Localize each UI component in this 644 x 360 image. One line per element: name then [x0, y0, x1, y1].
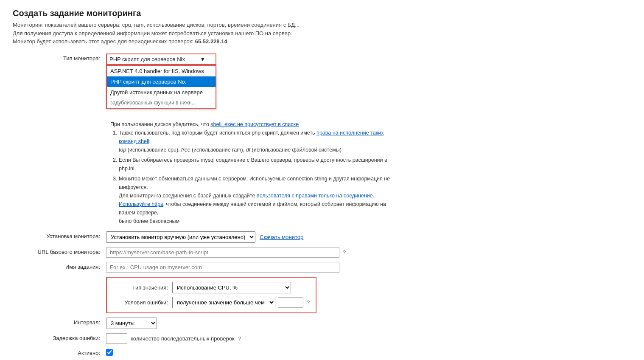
value-error-row: Тип значения: Использование CPU, % Испол… — [13, 277, 631, 313]
error-delay-label: Задержка ошибки: — [13, 333, 106, 341]
monitor-info-block: При пользовании дисков убедитесь, что sh… — [110, 120, 403, 225]
value-type-select[interactable]: Использование CPU, % Использование RAM, … — [172, 282, 291, 293]
url-help-icon[interactable]: ? — [343, 249, 346, 256]
interval-select[interactable]: 1 минута 3 минуты 5 минут 10 минут 15 ми… — [106, 318, 157, 329]
active-row: Активно: — [13, 348, 631, 357]
instructions-list: Также пользователь, под которым будет ис… — [110, 129, 403, 225]
instruction-item-3: Монитор может обмениваться данными с сер… — [119, 174, 403, 225]
value-type-label: Тип значения: — [113, 284, 172, 291]
dropdown-item-other[interactable]: Другой источник данных на сервере — [107, 87, 216, 98]
shell-exec-link[interactable]: shell_exec не присутствует в списке — [210, 121, 299, 127]
value-error-section: Тип значения: Использование CPU, % Испол… — [106, 277, 316, 313]
interval-row: Интервал: 1 минута 3 минуты 5 минут 10 м… — [13, 318, 631, 329]
install-monitor-row: Установка монитора: Установить монитор в… — [13, 231, 631, 243]
install-monitor-label: Установка монитора: — [13, 231, 106, 239]
page-subtitle: Мониторинг показателей вашего сервера: c… — [13, 21, 631, 46]
value-error-control: Тип значения: Использование CPU, % Испол… — [106, 277, 403, 313]
server-ip: 65.52.228.14 — [195, 38, 227, 45]
monitor-type-row: Тип монитора: PHP скрипт для серверов Ni… — [13, 53, 631, 227]
subtitle-line3: Монитор будет использовать этот адрес дл… — [13, 37, 631, 46]
monitor-type-selected[interactable]: PHP скрипт для серверов Nix ▼ — [106, 53, 216, 65]
error-help-icon[interactable]: ? — [307, 299, 310, 306]
install-monitor-select[interactable]: Установить монитор вручную (или уже уста… — [106, 231, 255, 243]
shell-rights-link[interactable]: права на исполнение таких команд shell — [119, 130, 384, 144]
delay-description: количество последовательных проверок — [131, 335, 235, 342]
dropdown-item-dimmed[interactable]: задублированных функции в нижн... — [107, 98, 216, 108]
error-delay-row: Задержка ошибки: 0 количество последоват… — [13, 333, 631, 344]
url-monitor-control: ? — [106, 247, 403, 258]
error-value-input[interactable]: 90 — [278, 297, 303, 308]
active-label: Активно: — [13, 348, 106, 356]
download-monitor-link[interactable]: Скачать монитор — [260, 234, 303, 240]
instruction-item-2: Если Вы собираетесь проверять mysql соед… — [119, 156, 403, 173]
url-monitor-row: URL базового монитора: ? — [13, 247, 631, 258]
monitor-type-menu: ASP.NET 4.0 handler for IIS, Windows PHP… — [106, 65, 216, 109]
instruction-item-1: Также пользователь, под которым будет ис… — [119, 129, 403, 154]
subtitle-line1: Мониторинг показателей вашего сервера: c… — [13, 21, 631, 29]
dropdown-item-aspnet[interactable]: ASP.NET 4.0 handler for IIS, Windows — [107, 66, 216, 76]
install-monitor-control: Установить монитор вручную (или уже уста… — [106, 231, 403, 243]
error-delay-control: 0 количество последовательных проверок ? — [106, 333, 403, 344]
https-link[interactable]: Используйте https — [119, 201, 163, 207]
job-name-row: Имя задания: — [13, 262, 631, 273]
value-type-row: Тип значения: Использование CPU, % Испол… — [113, 282, 310, 293]
subtitle-line2: Для получения доступа к определенной инф… — [13, 29, 631, 38]
interval-control: 1 минута 3 минуты 5 минут 10 минут 15 ми… — [106, 318, 403, 329]
error-condition-select[interactable]: полученное значение больше чем полученно… — [172, 297, 275, 308]
user-rights-link[interactable]: пользователя с правами только на соедине… — [257, 193, 374, 199]
delay-input[interactable]: 0 — [106, 333, 127, 344]
monitor-type-control: PHP скрипт для серверов Nix ▼ ASP.NET 4.… — [106, 53, 403, 227]
monitor-type-dropdown-container[interactable]: PHP скрипт для серверов Nix ▼ ASP.NET 4.… — [106, 53, 216, 65]
monitor-form: Тип монитора: PHP скрипт для серверов Ni… — [13, 53, 631, 357]
delay-help-icon[interactable]: ? — [238, 335, 241, 342]
job-name-input[interactable] — [106, 262, 339, 273]
disk-note-text: При — [110, 121, 121, 127]
job-name-label: Имя задания: — [13, 262, 106, 270]
url-monitor-input[interactable] — [106, 247, 339, 258]
page-title: Создать задание мониторинга — [13, 8, 631, 18]
error-conditions-row: Условия ошибки: полученное значение боль… — [113, 297, 310, 308]
active-checkbox[interactable] — [106, 349, 113, 356]
error-conditions-label: Условия ошибки: — [113, 299, 172, 306]
dropdown-arrow-icon: ▼ — [200, 56, 205, 62]
dropdown-item-php[interactable]: PHP скрипт для серверов Nix — [107, 76, 216, 87]
monitor-type-label: Тип монитора: — [13, 53, 106, 62]
url-monitor-label: URL базового монитора: — [13, 247, 106, 255]
job-name-control — [106, 262, 403, 273]
active-control — [106, 348, 403, 357]
interval-label: Интервал: — [13, 318, 106, 326]
